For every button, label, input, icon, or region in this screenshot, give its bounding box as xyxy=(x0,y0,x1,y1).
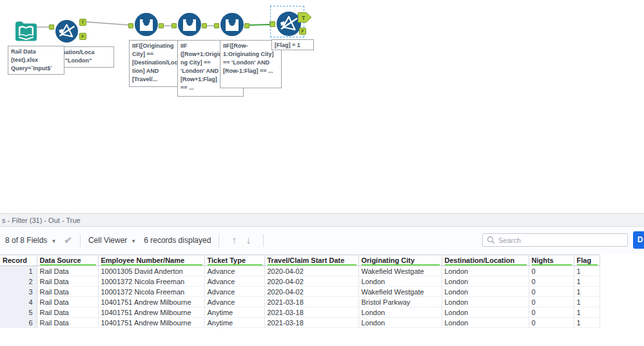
record-number-cell[interactable]: 3 xyxy=(0,287,37,297)
output-anchor[interactable] xyxy=(202,23,207,28)
cell-viewer-dropdown[interactable]: Cell Viewer ▼ xyxy=(88,236,136,245)
multi-row-formula-tool-2[interactable] xyxy=(178,13,201,36)
cell[interactable]: London xyxy=(442,266,529,276)
cell[interactable]: 2021-03-18 xyxy=(264,297,358,307)
cell[interactable]: 1 xyxy=(574,287,600,297)
output-anchor[interactable] xyxy=(244,23,249,28)
input-data-tool[interactable] xyxy=(14,19,38,43)
filter-tool-1[interactable] xyxy=(55,20,78,43)
data-action-button[interactable]: D xyxy=(633,231,644,249)
cell[interactable]: 2020-04-02 xyxy=(264,266,358,276)
cell[interactable]: 10401751 Andrew Milbourne xyxy=(98,307,204,318)
cell[interactable]: London xyxy=(442,276,529,287)
cell[interactable]: 0 xyxy=(529,297,574,307)
cell[interactable]: Rail Data xyxy=(37,287,98,297)
cell[interactable]: London xyxy=(358,307,442,318)
cell[interactable]: Anytime xyxy=(204,318,264,328)
arrow-down-icon[interactable]: ↓ xyxy=(246,235,251,246)
table-row[interactable]: 1Rail Data10001305 David AndertonAdvance… xyxy=(0,266,600,276)
multi-row-formula-tool-3[interactable] xyxy=(220,13,244,36)
cell[interactable]: 10001372 Nicola Freeman xyxy=(98,287,204,297)
results-grid: RecordData SourceEmployee Number/NameTic… xyxy=(0,255,644,328)
cell[interactable]: 10001372 Nicola Freeman xyxy=(98,276,204,287)
cell[interactable]: 1 xyxy=(574,266,600,276)
false-output-anchor[interactable]: F xyxy=(299,28,306,35)
cell[interactable]: 2021-03-18 xyxy=(264,307,358,318)
column-header[interactable]: Nights xyxy=(529,255,574,266)
true-output-anchor[interactable]: T xyxy=(79,19,86,26)
cell[interactable]: Wakefield Westgate xyxy=(358,266,442,276)
cell[interactable]: Wakefield Westgate xyxy=(358,287,442,297)
column-header[interactable]: Ticket Type xyxy=(204,255,264,266)
cell[interactable]: Rail Data xyxy=(37,318,98,328)
cell[interactable]: Advance xyxy=(204,276,264,287)
annotation-line: [Flag] = 1 xyxy=(275,41,311,50)
arrow-up-icon[interactable]: ↑ xyxy=(231,235,237,246)
search-box[interactable] xyxy=(482,233,628,247)
column-header[interactable]: Data Source xyxy=(37,255,98,266)
cell[interactable]: Rail Data xyxy=(37,297,98,307)
cell[interactable]: London xyxy=(358,276,442,287)
cell[interactable]: 2020-04-02 xyxy=(264,276,358,287)
workflow-canvas[interactable]: T F xyxy=(0,0,644,213)
input-anchor[interactable] xyxy=(171,23,177,28)
table-row[interactable]: 3Rail Data10001372 Nicola FreemanAdvance… xyxy=(0,287,600,297)
cell[interactable]: 1 xyxy=(574,307,600,318)
cell[interactable]: 1 xyxy=(574,318,600,328)
cell[interactable]: 0 xyxy=(529,318,574,328)
cell[interactable]: Anytime xyxy=(204,307,264,318)
output-anchor[interactable] xyxy=(159,23,164,28)
cell[interactable]: 1 xyxy=(574,297,600,307)
column-header[interactable]: Travel/Claim Start Date xyxy=(264,255,358,266)
cell[interactable]: London xyxy=(358,318,442,328)
cell[interactable]: Rail Data xyxy=(37,276,98,287)
cell[interactable]: London xyxy=(442,287,529,297)
cell[interactable]: Rail Data xyxy=(37,266,98,276)
table-row[interactable]: 2Rail Data10001372 Nicola FreemanAdvance… xyxy=(0,276,600,287)
true-output-anchor-selected[interactable]: T xyxy=(298,12,312,23)
cell[interactable]: 0 xyxy=(529,307,574,318)
cell[interactable]: London xyxy=(442,318,529,328)
cell[interactable]: 1 xyxy=(574,276,600,287)
cell[interactable]: 0 xyxy=(529,287,574,297)
annotation-multi-row-1[interactable]: IIF([OriginatingCity] ==[Destination/Loc… xyxy=(129,40,179,87)
record-number-cell[interactable]: 4 xyxy=(0,297,37,307)
fields-dropdown[interactable]: 8 of 8 Fields ▼ xyxy=(5,236,56,245)
cell[interactable]: Advance xyxy=(204,287,264,297)
column-header[interactable]: Destination/Location xyxy=(442,255,529,266)
cell[interactable]: Rail Data xyxy=(37,307,98,318)
cell[interactable]: 10401751 Andrew Milbourne xyxy=(98,297,204,307)
cell[interactable]: London xyxy=(442,307,529,318)
cell[interactable]: Advance xyxy=(204,266,264,276)
record-number-cell[interactable]: 6 xyxy=(0,318,37,328)
check-icon[interactable]: ✔ xyxy=(64,235,72,246)
cell[interactable]: 0 xyxy=(529,276,574,287)
cell[interactable]: 2020-04-02 xyxy=(264,287,358,297)
table-row[interactable]: 5Rail Data10401751 Andrew MilbourneAnyti… xyxy=(0,307,600,318)
record-number-cell[interactable]: 5 xyxy=(0,307,37,318)
multi-row-formula-tool-1[interactable] xyxy=(135,13,158,36)
cell[interactable]: 0 xyxy=(529,266,574,276)
cell[interactable]: 10401751 Andrew Milbourne xyxy=(98,318,204,328)
table-row[interactable]: 6Rail Data10401751 Andrew MilbourneAnyti… xyxy=(0,318,600,328)
toolbar-divider xyxy=(263,234,264,247)
false-output-anchor[interactable]: F xyxy=(79,33,86,40)
cell[interactable]: 10001305 David Anderton xyxy=(98,266,204,276)
cell[interactable]: Bristol Parkway xyxy=(358,297,442,307)
column-header[interactable]: Employee Number/Name xyxy=(98,255,204,266)
annotation-input-data[interactable]: Rail Data(test).xlsxQuery=`Input$` xyxy=(8,46,64,75)
record-number-cell[interactable]: 1 xyxy=(0,266,37,276)
table-row[interactable]: 4Rail Data10401751 Andrew MilbourneAdvan… xyxy=(0,297,600,307)
input-anchor[interactable] xyxy=(128,23,133,28)
annotation-filter-2[interactable]: [Flag] = 1 xyxy=(271,39,314,50)
input-anchor[interactable] xyxy=(214,23,219,28)
search-input[interactable] xyxy=(498,236,614,244)
cell[interactable]: Advance xyxy=(204,297,264,307)
column-header[interactable]: Originating City xyxy=(358,255,442,266)
column-header[interactable]: Record xyxy=(0,255,37,266)
column-header[interactable]: Flag xyxy=(574,255,600,266)
input-anchor[interactable] xyxy=(49,24,54,30)
cell[interactable]: 2021-03-18 xyxy=(264,318,358,328)
record-number-cell[interactable]: 2 xyxy=(0,276,37,287)
cell[interactable]: London xyxy=(442,297,529,307)
